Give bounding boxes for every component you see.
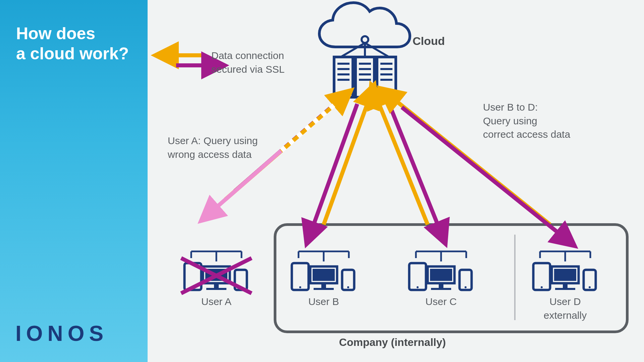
cloud-label: Cloud xyxy=(413,34,445,49)
svg-line-32 xyxy=(281,105,334,151)
svg-line-9 xyxy=(341,43,365,57)
svg-point-8 xyxy=(362,36,368,43)
annotation-left-2: wrong access data xyxy=(168,149,252,160)
user-c-label: User C xyxy=(409,295,473,309)
svg-line-34 xyxy=(324,104,367,225)
svg-line-11 xyxy=(365,43,389,57)
legend-text: Data connection secured via SSL xyxy=(211,49,284,76)
annotation-right-2: Query using xyxy=(483,115,537,126)
svg-line-33 xyxy=(314,104,357,225)
company-label: Company (internally) xyxy=(275,335,510,350)
user-d-devices-icon xyxy=(533,251,596,290)
legend-line-2: secured via SSL xyxy=(211,64,284,75)
brand-logo: IONOS xyxy=(15,321,108,346)
title-line-2: a cloud work? xyxy=(16,44,129,63)
annotation-right-1: User B to D: xyxy=(483,102,538,113)
annotation-right-3: correct access data xyxy=(483,129,570,140)
user-d-line-2: externally xyxy=(544,310,587,321)
servers-icon xyxy=(334,57,396,97)
legend-line-1: Data connection xyxy=(211,50,284,61)
legend-arrows-icon xyxy=(176,55,204,65)
user-a-label: User A xyxy=(184,295,248,309)
user-d-line-1: User D xyxy=(549,296,581,307)
user-b-devices-icon xyxy=(292,251,354,290)
user-c-devices-icon xyxy=(409,251,472,290)
title-line-1: How does xyxy=(16,24,95,43)
diagram-area: Data connection secured via SSL Cloud Us… xyxy=(148,0,644,362)
arrow-user-c xyxy=(379,104,438,225)
page-title: How does a cloud work? xyxy=(16,23,141,64)
annotation-right: User B to D: Query using correct access … xyxy=(483,101,570,141)
user-b-label: User B xyxy=(292,295,356,309)
svg-line-36 xyxy=(389,104,438,225)
user-a-devices-icon xyxy=(181,251,252,293)
arrow-user-b xyxy=(314,104,367,225)
cloud-icon xyxy=(319,3,410,57)
sidebar: How does a cloud work? IONOS xyxy=(0,0,148,362)
annotation-left-1: User A: Query using xyxy=(168,135,258,146)
user-d-label: User D externally xyxy=(533,295,597,322)
stage: How does a cloud work? IONOS xyxy=(0,0,644,362)
annotation-left: User A: Query using wrong access data xyxy=(168,134,258,161)
